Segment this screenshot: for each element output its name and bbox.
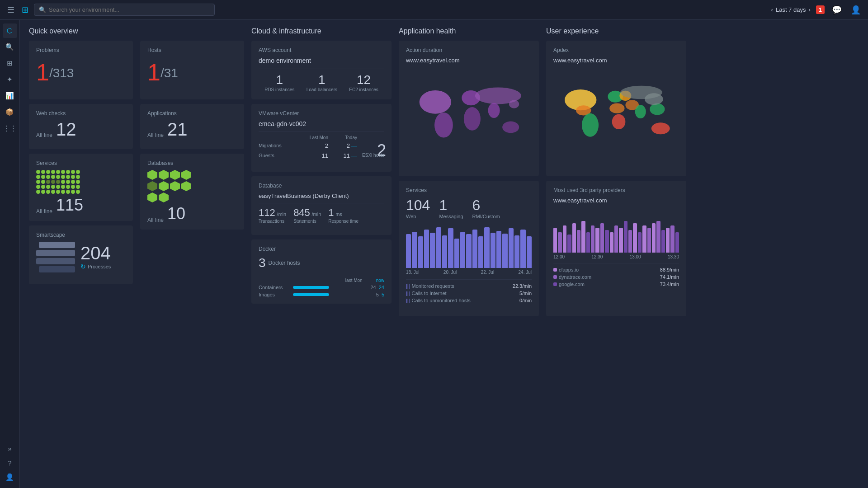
apdex-url: www.easytravel.com — [553, 57, 679, 64]
svc-web-label: Web — [406, 214, 430, 219]
search-bar[interactable]: 🔍 — [34, 4, 215, 16]
providers-chart — [553, 207, 679, 253]
notification-badge[interactable]: 1 — [816, 5, 825, 14]
docker-now-header: now — [376, 278, 384, 283]
sidebar-item-help[interactable]: ? — [3, 455, 17, 470]
quick-overview-col2: - Hosts 1 /31 Applications All fine 21 — [140, 27, 244, 316]
quick-overview-col1: Quick overview Problems 1 /313 Web check… — [29, 27, 133, 316]
dot — [66, 180, 70, 184]
sidebar-item-grid2[interactable]: ⋮⋮ — [3, 121, 17, 136]
action-duration-card[interactable]: Action duration www.easytravel.com — [399, 41, 539, 176]
vmware-migrations-last: 2 — [297, 142, 328, 149]
dot — [36, 185, 40, 189]
monitored-unit: /min — [522, 283, 532, 289]
databases-hex-grid — [147, 170, 193, 202]
applications-card[interactable]: Applications All fine 21 — [140, 104, 244, 149]
problems-count: 1 — [36, 61, 49, 84]
svc-rmi-count: 6 — [472, 197, 500, 214]
db-trans-val: 112 — [259, 207, 275, 218]
providers-label: Most used 3rd party providers — [553, 187, 679, 193]
topnav-right: ‹ Last 7 days › 1 💬 👤 — [771, 3, 863, 17]
docker-containers-row: Containers 24 24 — [259, 285, 384, 290]
provider-3-val: 73.4 — [660, 282, 670, 287]
apdex-card[interactable]: Apdex www.easytravel.com — [546, 41, 686, 176]
dot — [36, 170, 40, 174]
hex — [170, 181, 180, 191]
services-health-card[interactable]: Services 104 Web 1 Messaging 6 RMI/Custo — [399, 181, 539, 316]
vmware-last-header: Last Mon — [297, 135, 328, 140]
databases-card[interactable]: Databases All — [140, 154, 244, 230]
aws-card[interactable]: AWS account demo environment 1 RDS insta… — [251, 41, 392, 99]
dashboard-icon[interactable]: ⊞ — [20, 3, 30, 17]
hamburger-icon[interactable]: ☰ — [5, 3, 16, 17]
smartscape-label: Smartscape — [36, 232, 126, 238]
vmware-migrations-label: Migrations — [259, 143, 295, 148]
hosts-card[interactable]: Hosts 1 /31 — [140, 41, 244, 99]
date-1: 18. Jul — [406, 270, 419, 275]
applications-count: 21 — [167, 120, 188, 138]
dot — [66, 175, 70, 179]
problems-card[interactable]: Problems 1 /313 — [29, 41, 133, 99]
search-input[interactable] — [49, 6, 210, 13]
smartscape-card[interactable]: Smartscape 204 ↻ — [29, 225, 133, 284]
web-checks-card[interactable]: Web checks All fine 12 — [29, 104, 133, 149]
services-health-label: Services — [406, 187, 532, 193]
web-checks-status: All fine — [36, 132, 52, 138]
vmware-migrations-today: 2 — [347, 142, 350, 149]
chart-date-labels: 18. Jul 20. Jul 22. Jul 24. Jul — [406, 270, 532, 275]
spacer — [140, 234, 244, 293]
providers-time-labels: 12:00 12:30 13:00 13:30 — [553, 254, 679, 259]
docker-count: 3 — [259, 256, 266, 270]
time-4: 13:30 — [668, 254, 679, 259]
time-prev-arrow[interactable]: ‹ — [771, 6, 773, 13]
sidebar-item-grid[interactable]: ⊞ — [3, 56, 17, 70]
database-card[interactable]: Database easyTravelBusiness (Derby Clien… — [251, 176, 392, 235]
vmware-guests-today: 11 — [344, 152, 350, 159]
dot — [61, 170, 65, 174]
chat-icon[interactable]: 💬 — [830, 3, 844, 17]
user-icon[interactable]: 👤 — [849, 3, 863, 17]
provider-3-unit: /min — [670, 282, 679, 287]
dot — [61, 185, 65, 189]
dot — [46, 170, 50, 174]
sidebar-item-search[interactable]: 🔍 — [3, 40, 17, 54]
services-numbers: 104 Web 1 Messaging 6 RMI/Custom — [406, 197, 532, 219]
main-content: Quick overview Problems 1 /313 Web check… — [20, 20, 868, 488]
time-next-arrow[interactable]: › — [808, 6, 810, 13]
hosts-label: Hosts — [147, 47, 237, 53]
providers-card[interactable]: Most used 3rd party providers www.easytr… — [546, 181, 686, 316]
hex — [147, 181, 157, 191]
aws-rds-label: RDS instances — [264, 87, 294, 92]
dot — [76, 170, 80, 174]
services-card[interactable]: Services — [29, 154, 133, 221]
docker-images-now: 5 — [382, 292, 384, 297]
docker-card[interactable]: Docker 3 Docker hosts last Mon now Conta… — [251, 239, 392, 304]
databases-count: 10 — [167, 204, 185, 223]
sidebar-item-user[interactable]: 👤 — [3, 470, 17, 484]
services-bar-chart — [406, 223, 532, 268]
provider-1-row: cfapps.io 88.9/min — [553, 267, 679, 272]
sidebar-item-home[interactable]: ⬡ — [3, 23, 17, 38]
sidebar-item-chart[interactable]: 📊 — [3, 89, 17, 103]
databases-status: All fine — [147, 217, 164, 223]
svc-stat-internet: ||| Calls to Internet 5/min — [406, 291, 532, 296]
dot — [36, 190, 40, 194]
docker-images-row: Images 5 5 — [259, 292, 384, 297]
sidebar-item-star[interactable]: ✦ — [3, 72, 17, 87]
app-health-title: Application health — [399, 27, 539, 35]
databases-label: Databases — [147, 160, 237, 166]
problems-total: /313 — [49, 66, 74, 80]
hex — [147, 170, 157, 180]
time-range-label[interactable]: Last 7 days — [776, 6, 806, 13]
aws-metrics: 1 RDS instances 1 Load balancers 12 EC2 … — [259, 69, 384, 92]
svg-point-8 — [509, 100, 519, 108]
db-trans-label: Transactions — [259, 219, 286, 224]
dot — [51, 180, 55, 184]
sidebar-item-expand[interactable]: » — [3, 441, 17, 455]
dot — [71, 170, 75, 174]
provider-3-name: google.com — [559, 282, 585, 287]
sidebar-item-box[interactable]: 📦 — [3, 105, 17, 119]
vmware-card[interactable]: VMware vCenter emea-gdn-vc002 Last Mon T… — [251, 104, 392, 172]
dot — [61, 180, 65, 184]
dot — [41, 185, 45, 189]
